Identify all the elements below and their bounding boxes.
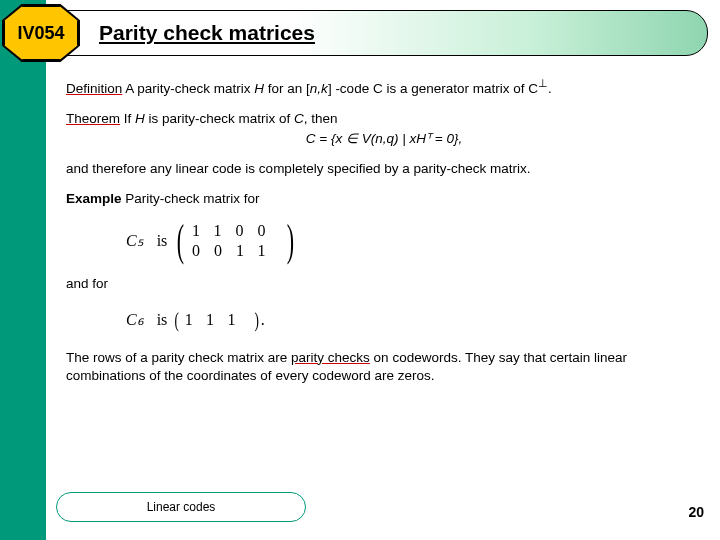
- rows-explanation: The rows of a parity check matrix are pa…: [66, 349, 702, 385]
- text: Parity-check matrix for: [122, 191, 260, 206]
- matrix-c5-name: C₅: [126, 230, 143, 252]
- theorem-equation: C = {x ∈ V(n,q) | xHᵀ = 0},: [66, 130, 702, 148]
- example-keyword: Example: [66, 191, 122, 206]
- example-line: Example Parity-check matrix for: [66, 190, 702, 208]
- left-paren-icon: (: [177, 221, 184, 261]
- title-bar: Parity check matrices: [12, 10, 708, 56]
- course-badge: IV054: [4, 6, 78, 60]
- var-H: H: [135, 111, 145, 126]
- footer-pill: Linear codes: [56, 492, 306, 522]
- matrix-c5-values: 1100 0011: [192, 221, 279, 261]
- theorem-keyword: Theorem: [66, 111, 120, 126]
- text: A parity-check matrix: [122, 81, 254, 96]
- text: , then: [304, 111, 338, 126]
- course-code: IV054: [17, 23, 64, 44]
- definition-line: Definition A parity-check matrix H for a…: [66, 76, 702, 98]
- therefore-line: and therefore any linear code is complet…: [66, 160, 702, 178]
- text: ] -code C is a generator matrix of C: [328, 81, 538, 96]
- definition-keyword: Definition: [66, 81, 122, 96]
- matrix-row: 0011: [192, 241, 279, 261]
- text: .: [548, 81, 552, 96]
- matrix-c5: C₅ is ( 1100 0011 ): [126, 221, 702, 261]
- left-accent-stripe: [0, 0, 46, 540]
- and-for-line: and for: [66, 275, 702, 293]
- is-word: is: [157, 230, 168, 252]
- period: .: [261, 309, 265, 331]
- var-C: C: [294, 111, 304, 126]
- perp-symbol: ⊥: [538, 77, 548, 89]
- is-word: is: [157, 309, 168, 331]
- footer-label: Linear codes: [147, 500, 216, 514]
- slide-content: Definition A parity-check matrix H for a…: [66, 76, 702, 397]
- slide-title: Parity check matrices: [99, 21, 315, 45]
- text: The rows of a parity check matrix are: [66, 350, 291, 365]
- text: is parity-check matrix of: [145, 111, 294, 126]
- theorem-line: Theorem If H is parity-check matrix of C…: [66, 110, 702, 148]
- var-H: H: [254, 81, 264, 96]
- matrix-c6-name: C₆: [126, 309, 143, 331]
- matrix-c6-values: 111: [185, 309, 250, 331]
- left-paren-icon: (: [175, 305, 179, 335]
- page-number: 20: [688, 504, 704, 520]
- right-paren-icon: ): [287, 221, 294, 261]
- var-nk: n,k: [310, 81, 328, 96]
- matrix-row: 1100: [192, 221, 279, 241]
- matrix-c6: C₆ is ( 111 ) .: [126, 305, 702, 335]
- text: for an [: [264, 81, 310, 96]
- text: If: [120, 111, 135, 126]
- right-paren-icon: ): [255, 305, 259, 335]
- parity-checks-term: parity checks: [291, 350, 370, 365]
